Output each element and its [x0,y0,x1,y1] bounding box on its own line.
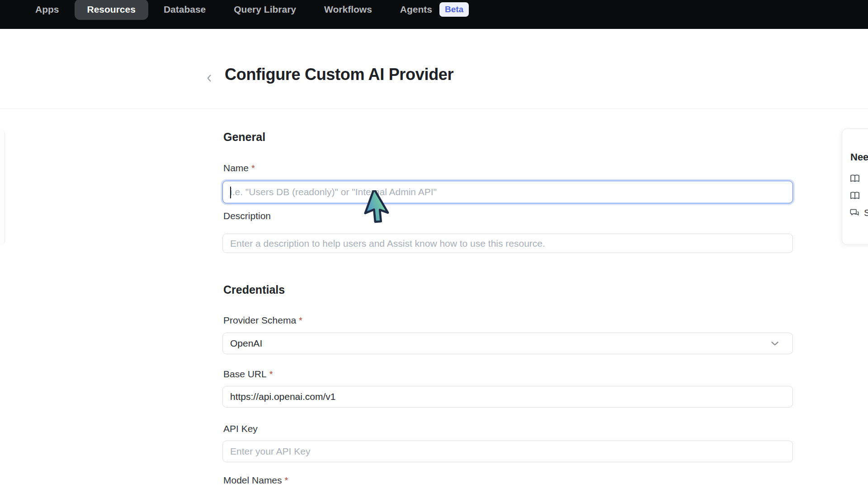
required-marker: * [299,315,302,325]
help-panel: Nee S [842,128,868,245]
required-marker: * [269,369,273,379]
book-icon [849,190,860,201]
api-key-label: API Key [223,423,258,434]
chevron-down-icon [769,338,781,349]
nav-tab-resources[interactable]: Resources [75,0,148,20]
nav-tab-database[interactable]: Database [151,0,218,20]
chevron-left-icon [204,73,214,83]
beta-badge: Beta [439,2,469,17]
nav-tab-agents[interactable]: AgentsBeta [387,0,481,20]
help-link-guides[interactable] [849,190,865,201]
required-marker: * [285,475,288,485]
name-label: Name* [223,163,255,174]
nav-tab-label: Workflows [324,4,372,15]
provider-schema-value: OpenAI [230,338,262,349]
left-panel-edge [0,129,5,245]
back-button[interactable] [203,71,216,85]
header-divider [0,108,868,109]
help-link-support[interactable]: S [849,207,868,218]
book-icon [849,173,860,184]
chat-icon [849,208,859,218]
top-nav-bar: AppsResourcesDatabaseQuery LibraryWorkfl… [0,0,868,29]
provider-schema-label: Provider Schema* [223,315,302,326]
provider-schema-select[interactable]: OpenAI [222,333,793,354]
nav-tab-query-library[interactable]: Query Library [221,0,309,20]
text-caret [230,187,231,198]
page-title: Configure Custom AI Provider [225,65,453,84]
description-input[interactable] [222,234,793,253]
section-heading-general: General [223,131,265,144]
nav-tab-label: Resources [87,4,136,15]
api-key-input[interactable] [222,441,793,462]
help-link-docs[interactable] [849,173,865,184]
name-input[interactable] [222,181,793,203]
nav-tab-label: Apps [35,4,59,15]
description-label: Description [223,211,271,221]
required-marker: * [251,163,255,173]
help-link-label: S [864,207,868,218]
nav-tab-label: Database [164,4,206,15]
base-url-input[interactable] [222,386,793,408]
section-heading-credentials: Credentials [223,283,285,296]
model-names-label: Model Names* [223,475,288,486]
nav-tab-label: Query Library [234,4,296,15]
nav-tab-apps[interactable]: Apps [23,0,72,20]
nav-tab-label: Agents [400,4,432,15]
nav-tab-workflows[interactable]: Workflows [311,0,385,20]
base-url-label: Base URL* [223,369,273,380]
help-panel-heading: Nee [850,151,868,163]
